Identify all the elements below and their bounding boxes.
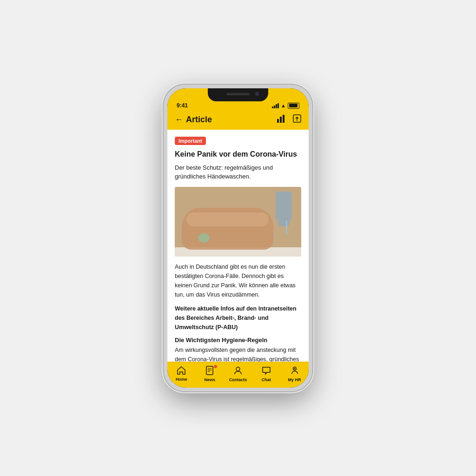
phone-screen: 9:41 ▲ ← Article [167, 88, 309, 388]
phone-frame: 9:41 ▲ ← Article [164, 85, 312, 391]
news-badge [214, 365, 217, 368]
back-button[interactable]: ← Article [175, 115, 212, 125]
water-visual [286, 220, 287, 234]
tab-home[interactable]: Home [170, 366, 192, 382]
article-body-2: Weitere aktuelle Infos auf den Intranets… [175, 304, 301, 332]
svg-point-9 [236, 367, 240, 371]
notch [208, 88, 268, 101]
article-body-1: Auch in Deutschland gibt es nun die erst… [175, 262, 301, 299]
speaker [226, 93, 250, 95]
nav-actions [277, 114, 301, 125]
chart-icon[interactable] [277, 114, 286, 125]
svg-rect-2 [283, 115, 284, 123]
contacts-icon [233, 366, 243, 377]
my-hr-icon [290, 366, 299, 377]
article-subtitle: Der beste Schutz: regelmäßiges und gründ… [175, 163, 301, 181]
tab-bar: Home News [167, 362, 309, 388]
article-content: Important Keine Panik vor dem Corona-Vir… [167, 130, 309, 362]
camera [255, 92, 259, 96]
article-section-body: Am wirkungsvollsten gegen die ansteckung… [175, 345, 301, 362]
faucet-visual [276, 192, 292, 219]
chat-icon [262, 366, 271, 377]
status-time: 9:41 [177, 102, 188, 109]
signal-icon [272, 103, 279, 108]
soap-visual [198, 233, 210, 243]
tab-contacts[interactable]: Contacts [227, 366, 249, 382]
nav-title: Article [186, 115, 212, 125]
share-icon[interactable] [293, 114, 301, 125]
tab-my-hr-label: My HR [288, 377, 301, 382]
hands-visual [182, 208, 273, 250]
svg-rect-1 [280, 117, 282, 123]
tab-home-label: Home [176, 377, 187, 382]
tab-news[interactable]: News [198, 366, 221, 382]
svg-rect-0 [277, 119, 279, 123]
status-icons: ▲ [272, 103, 299, 109]
tab-chat[interactable]: Chat [255, 366, 278, 382]
svg-point-11 [294, 368, 295, 370]
news-icon [205, 366, 214, 377]
article-title: Keine Panik vor dem Corona-Virus [175, 150, 301, 159]
tab-contacts-label: Contacts [229, 377, 247, 382]
wifi-icon: ▲ [281, 103, 286, 108]
home-icon [177, 366, 186, 376]
back-arrow-icon: ← [175, 115, 183, 125]
svg-rect-5 [206, 366, 213, 375]
article-image [175, 187, 301, 257]
battery-icon [288, 103, 299, 109]
article-section-title: Die Wichtigsten Hygiene-Regeln [175, 337, 301, 344]
important-badge: Important [175, 137, 206, 145]
nav-bar: ← Article [167, 112, 309, 130]
tab-chat-label: Chat [262, 377, 271, 382]
tab-news-label: News [204, 377, 215, 382]
tab-my-hr[interactable]: My HR [284, 366, 306, 382]
